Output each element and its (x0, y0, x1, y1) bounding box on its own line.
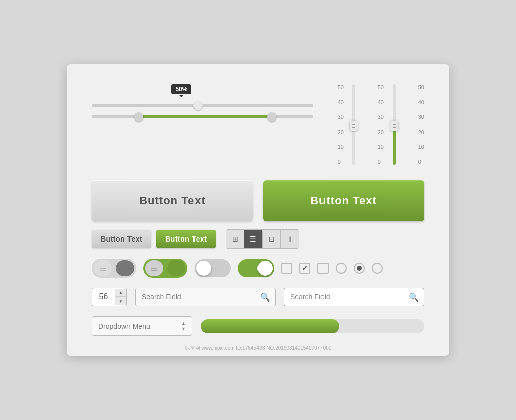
slider-handle-right[interactable] (267, 112, 276, 122)
ios-toggle-off[interactable] (195, 259, 231, 277)
v-handle-1[interactable] (350, 121, 358, 131)
search-field-1[interactable]: 🔍 (135, 288, 276, 306)
toggle-on-green[interactable] (143, 259, 187, 278)
ruler-far-right: 50 40 30 20 10 0 (404, 84, 424, 165)
large-btn-row: Button Text Button Text (92, 180, 424, 221)
toggle-knob-lines (100, 266, 106, 271)
sliders-left: 50% (92, 84, 313, 127)
ui-kit-card: 50% 50 40 30 20 10 0 (67, 64, 449, 356)
toggle-off-gray[interactable] (92, 259, 136, 278)
toggle-knob-gray (145, 260, 163, 276)
watermark: 昵享网 www.nipic.com ID:17645498 NO:2016081… (185, 345, 332, 352)
list-icon: ☰ (250, 235, 256, 243)
checkbox-checked[interactable]: ✓ (299, 263, 310, 274)
large-gray-button[interactable]: Button Text (92, 180, 253, 221)
v-handle-2[interactable] (390, 121, 398, 131)
dropdown-menu[interactable]: Dropdown Menu ▲ ▼ (92, 316, 192, 336)
buttons-section: Button Text Button Text Button Text Butt… (92, 180, 424, 249)
radio-unchecked-2[interactable] (372, 263, 383, 274)
slider-track-2[interactable] (92, 115, 313, 118)
v-fill-2 (393, 125, 396, 165)
search-icon-1: 🔍 (255, 292, 275, 302)
inputs-section: 56 ▲ ▼ 🔍 🔍 (92, 288, 424, 306)
small-green-button[interactable]: Button Text (156, 230, 216, 248)
toggle-knob-dark (116, 260, 134, 276)
barcode-view-button[interactable]: ⦀ (281, 230, 299, 248)
checkbox-unchecked[interactable] (281, 263, 292, 274)
barcode-icon: ⦀ (288, 235, 291, 244)
vertical-slider-1[interactable] (349, 84, 359, 165)
slider-section: 50% 50 40 30 20 10 0 (92, 84, 424, 165)
small-gray-button[interactable]: Button Text (92, 230, 151, 248)
slider-handle-1[interactable] (194, 101, 203, 110)
search-input-2[interactable] (284, 288, 404, 306)
small-btn-row: Button Text Button Text ⊞ ☰ ⊟ ⦀ (92, 229, 424, 249)
progress-bar (201, 319, 424, 333)
controls-row: ✓ (92, 259, 424, 278)
search-field-2[interactable]: 🔍 (284, 288, 424, 306)
ruler-right-labels: 50 40 30 20 10 0 (378, 84, 384, 165)
toggle-knob-light (94, 260, 112, 276)
dropdown-arrow-icon: ▲ ▼ (181, 321, 186, 331)
bottom-section: Dropdown Menu ▲ ▼ (92, 316, 424, 336)
large-green-button[interactable]: Button Text (263, 180, 424, 221)
number-arrows: ▲ ▼ (115, 289, 126, 305)
v-handle-dots-2 (393, 124, 396, 128)
ruler-left: 50 40 30 20 10 0 (324, 84, 344, 165)
columns-icon: ⊟ (269, 235, 275, 243)
grid-view-button[interactable]: ⊞ (226, 230, 244, 248)
ruler-left-labels: 50 40 30 20 10 0 (338, 84, 344, 165)
ios-knob-on (257, 261, 273, 276)
progress-fill (201, 319, 339, 333)
grid-icon: ⊞ (232, 235, 238, 243)
number-value: 56 (92, 288, 115, 306)
vertical-slider-2[interactable] (389, 84, 399, 165)
radio-selected[interactable] (354, 263, 365, 274)
icon-button-group: ⊞ ☰ ⊟ ⦀ (226, 229, 299, 249)
dropdown-label: Dropdown Menu (98, 322, 181, 330)
number-input[interactable]: 56 ▲ ▼ (92, 288, 127, 306)
columns-view-button[interactable]: ⊟ (263, 230, 281, 248)
slider-handle-left[interactable] (134, 112, 143, 122)
ios-knob-off (196, 261, 211, 276)
list-view-button[interactable]: ☰ (244, 230, 263, 248)
ruler-far-right-labels: 50 40 30 20 10 0 (418, 84, 424, 165)
search-icon-2: 🔍 (404, 292, 424, 302)
slider-tooltip: 50% (171, 84, 191, 94)
radio-unchecked[interactable] (336, 263, 347, 274)
radio-dot (357, 266, 362, 271)
ruler-right: 50 40 30 20 10 0 (364, 84, 384, 165)
ios-toggle-on[interactable] (238, 259, 274, 277)
decrement-button[interactable]: ▼ (115, 297, 126, 305)
increment-button[interactable]: ▲ (115, 289, 126, 297)
toggle-knob-lines-2 (151, 266, 157, 271)
search-input-1[interactable] (136, 288, 255, 306)
v-handle-dots (352, 124, 355, 128)
check-mark-icon: ✓ (302, 264, 308, 272)
slider-track-1[interactable] (92, 104, 313, 107)
checkbox-unchecked-2[interactable] (317, 263, 329, 274)
vertical-sliders: 50 40 30 20 10 0 (324, 84, 424, 165)
toggle-fill-right (167, 260, 185, 276)
